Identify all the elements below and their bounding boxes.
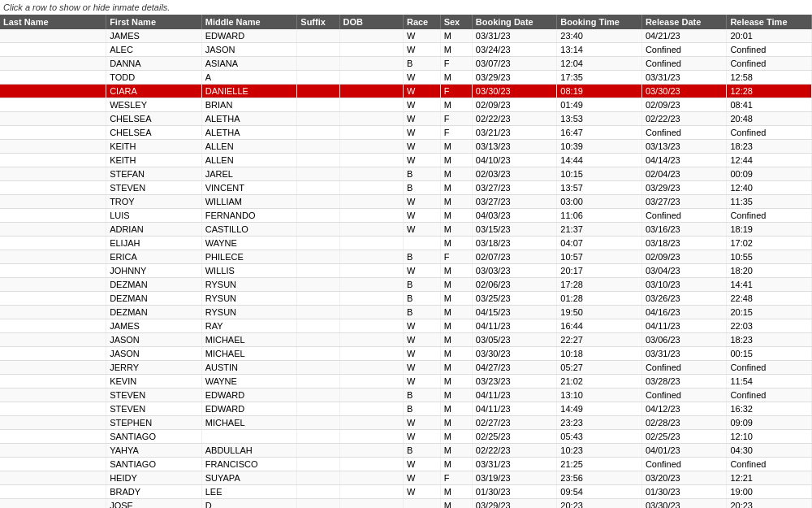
table-row[interactable]: SANTIAGOWM02/25/2305:4302/25/2312:10 xyxy=(0,430,812,444)
table-row[interactable]: ADRIANCASTILLOWM03/15/2321:3703/16/2318:… xyxy=(0,223,812,237)
table-row[interactable]: LUISFERNANDOWM04/03/2311:06ConfinedConfi… xyxy=(0,209,812,223)
cell-release-date: 03/31/23 xyxy=(641,71,727,85)
table-row[interactable]: JAMESRAYWM04/11/2316:4404/11/2322:03 xyxy=(0,319,812,333)
cell-booking-date: 03/19/23 xyxy=(472,471,557,485)
table-row[interactable]: DANNAASIANABF03/07/2312:04ConfinedConfin… xyxy=(0,57,812,71)
table-row[interactable]: KEITHALLENWM03/13/2310:3903/13/2318:23 xyxy=(0,140,812,154)
table-row[interactable]: ALECJASONWM03/24/2313:14ConfinedConfined xyxy=(0,43,812,57)
cell-first: JOHNNY xyxy=(106,264,202,278)
col-header-last[interactable]: Last Name xyxy=(0,15,106,29)
table-row[interactable]: JERRYAUSTINWM04/27/2305:27ConfinedConfin… xyxy=(0,361,812,375)
cell-race: B xyxy=(403,306,440,319)
col-header-booking-date[interactable]: Booking Date xyxy=(472,15,557,29)
cell-middle: RYSUN xyxy=(201,292,297,306)
cell-suffix xyxy=(297,237,339,250)
table-row[interactable]: BRADYLEEWM01/30/2309:5401/30/2319:00 xyxy=(0,485,812,499)
cell-release-date: 03/28/23 xyxy=(641,375,727,389)
cell-last xyxy=(0,402,106,416)
table-row[interactable]: TODDAWM03/29/2317:3503/31/2312:58 xyxy=(0,71,812,85)
cell-booking-time: 20:23 xyxy=(557,499,642,509)
table-row[interactable]: JASONMICHAELWM03/05/2322:2703/06/2318:23 xyxy=(0,333,812,347)
col-header-race[interactable]: Race xyxy=(403,15,440,29)
table-row[interactable]: STEVENEDWARDBM04/11/2313:10ConfinedConfi… xyxy=(0,389,812,402)
table-row[interactable]: STEPHENMICHAELWM02/27/2323:2302/28/2309:… xyxy=(0,416,812,430)
cell-booking-time: 10:23 xyxy=(557,444,642,458)
cell-booking-date: 02/07/23 xyxy=(472,250,557,264)
table-row[interactable]: SANTIAGOFRANCISCOWM03/31/2321:25Confined… xyxy=(0,458,812,471)
cell-booking-time: 14:44 xyxy=(557,154,642,167)
cell-middle: VINCENT xyxy=(201,181,297,195)
table-row[interactable]: DEZMANRYSUNBM03/25/2301:2803/26/2322:48 xyxy=(0,292,812,306)
col-header-first[interactable]: First Name xyxy=(106,15,202,29)
table-row[interactable]: STEVENVINCENTBM03/27/2313:5703/29/2312:4… xyxy=(0,181,812,195)
cell-release-time: 12:44 xyxy=(727,154,812,167)
cell-release-date: Confined xyxy=(641,43,727,57)
col-header-middle[interactable]: Middle Name xyxy=(201,15,297,29)
cell-race: B xyxy=(403,57,440,71)
cell-booking-date: 03/29/23 xyxy=(472,499,557,509)
cell-booking-date: 03/27/23 xyxy=(472,195,557,209)
cell-middle: JAREL xyxy=(201,167,297,181)
cell-sex: M xyxy=(440,444,472,458)
cell-race xyxy=(403,499,440,509)
cell-release-time: 20:23 xyxy=(727,499,812,509)
cell-sex: M xyxy=(440,43,472,57)
table-row[interactable]: TROYWILLIAMWM03/27/2303:0003/27/2311:35 xyxy=(0,195,812,209)
col-header-suffix[interactable]: Suffix xyxy=(297,15,339,29)
table-row[interactable]: WESLEYBRIANWM02/09/2301:4902/09/2308:41 xyxy=(0,98,812,112)
cell-release-date: 03/26/23 xyxy=(641,292,727,306)
cell-release-date: 02/22/23 xyxy=(641,112,727,126)
cell-booking-date: 02/22/23 xyxy=(472,112,557,126)
table-body: JAMESEDWARDWM03/31/2323:4004/21/2320:01A… xyxy=(0,29,812,508)
cell-booking-time: 11:06 xyxy=(557,209,642,223)
table-row[interactable]: JAMESEDWARDWM03/31/2323:4004/21/2320:01 xyxy=(0,29,812,43)
cell-sex: M xyxy=(440,154,472,167)
cell-last xyxy=(0,375,106,389)
table-row[interactable]: JOHNNYWILLISWM03/03/2320:1703/04/2318:20 xyxy=(0,264,812,278)
table-row[interactable]: KEITHALLENWM04/10/2314:4404/14/2312:44 xyxy=(0,154,812,167)
table-row[interactable]: STEFANJARELBM02/03/2310:1502/04/2300:09 xyxy=(0,167,812,181)
cell-middle: RAY xyxy=(201,319,297,333)
cell-sex: M xyxy=(440,195,472,209)
cell-first: DEZMAN xyxy=(106,292,202,306)
cell-release-time: 12:21 xyxy=(727,471,812,485)
cell-booking-time: 10:18 xyxy=(557,347,642,361)
cell-sex: M xyxy=(440,416,472,430)
table-row[interactable]: JASONMICHAELWM03/30/2310:1803/31/2300:15 xyxy=(0,347,812,361)
table-row[interactable]: CHELSEAALETHAWF02/22/2313:5302/22/2320:4… xyxy=(0,112,812,126)
table-row[interactable]: CHELSEAALETHAWF03/21/2316:47ConfinedConf… xyxy=(0,126,812,140)
table-row[interactable]: ERICAPHILECEBF02/07/2310:5702/09/2310:55 xyxy=(0,250,812,264)
cell-booking-date: 03/23/23 xyxy=(472,375,557,389)
cell-middle: ALLEN xyxy=(201,140,297,154)
cell-booking-time: 04:07 xyxy=(557,237,642,250)
cell-booking-time: 03:00 xyxy=(557,195,642,209)
cell-release-time: Confined xyxy=(727,126,812,140)
table-row[interactable]: DEZMANRYSUNBM04/15/2319:5004/16/2320:15 xyxy=(0,306,812,319)
cell-race: W xyxy=(403,43,440,57)
table-row[interactable]: YAHYAABDULLAHBM02/22/2310:2304/01/2304:3… xyxy=(0,444,812,458)
col-header-booking-time[interactable]: Booking Time xyxy=(557,15,642,29)
cell-first: HEIDY xyxy=(106,471,202,485)
cell-middle: FRANCISCO xyxy=(201,458,297,471)
col-header-release-time[interactable]: Release Time xyxy=(727,15,812,29)
table-row[interactable]: ELIJAHWAYNEM03/18/2304:0703/18/2317:02 xyxy=(0,237,812,250)
col-header-sex[interactable]: Sex xyxy=(440,15,472,29)
cell-race: W xyxy=(403,209,440,223)
col-header-dob[interactable]: DOB xyxy=(339,15,403,29)
cell-booking-date: 02/27/23 xyxy=(472,416,557,430)
cell-race: W xyxy=(403,154,440,167)
cell-race: W xyxy=(403,140,440,154)
table-row[interactable]: CIARADANIELLEWF03/30/2308:1903/30/2312:2… xyxy=(0,85,812,98)
cell-first: KEVIN xyxy=(106,375,202,389)
table-row[interactable]: JOSEDM03/29/2320:2303/30/2320:23 xyxy=(0,499,812,509)
cell-sex: M xyxy=(440,264,472,278)
cell-middle: EDWARD xyxy=(201,402,297,416)
cell-sex: M xyxy=(440,140,472,154)
cell-dob xyxy=(339,126,403,140)
table-row[interactable]: STEVENEDWARDBM04/11/2314:4904/12/2316:32 xyxy=(0,402,812,416)
table-row[interactable]: DEZMANRYSUNBM02/06/2317:2803/10/2314:41 xyxy=(0,278,812,292)
table-row[interactable]: HEIDYSUYAPAWF03/19/2323:5603/20/2312:21 xyxy=(0,471,812,485)
cell-suffix xyxy=(297,471,339,485)
col-header-release-date[interactable]: Release Date xyxy=(641,15,727,29)
table-row[interactable]: KEVINWAYNEWM03/23/2321:0203/28/2311:54 xyxy=(0,375,812,389)
